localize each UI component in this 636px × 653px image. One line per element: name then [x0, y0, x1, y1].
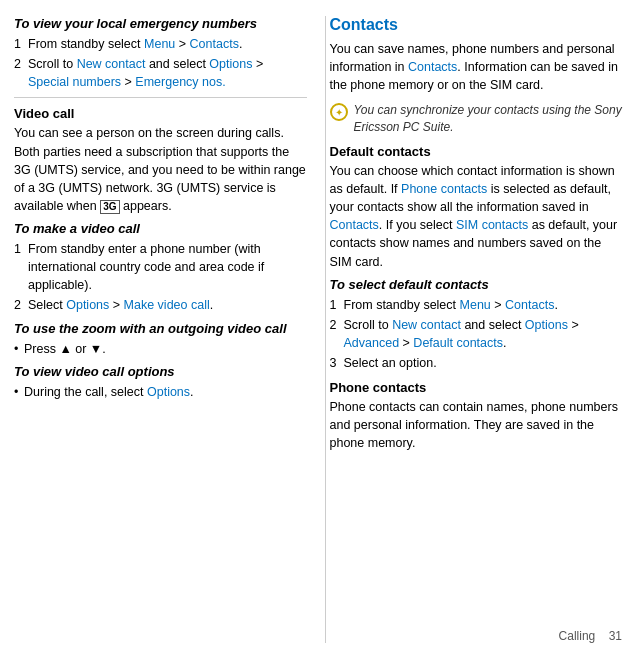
new-contact-link: New contact — [77, 57, 146, 71]
new-contact-link2: New contact — [392, 318, 461, 332]
emergency-nos-link: Emergency nos. — [135, 75, 225, 89]
tip-box: ✦ You can synchronize your contacts usin… — [330, 102, 623, 136]
contacts-link3: Contacts — [330, 218, 379, 232]
list-item: 1 From standby select Menu > Contacts. — [330, 296, 623, 314]
select-default-title: To select default contacts — [330, 277, 623, 292]
list-item: 1 From standby enter a phone number (wit… — [14, 240, 307, 294]
contacts-heading: Contacts — [330, 16, 623, 34]
make-video-call-title: To make a video call — [14, 221, 307, 236]
special-numbers-link: Special numbers — [28, 75, 121, 89]
menu-link2: Menu — [460, 298, 491, 312]
sim-contacts-link: SIM contacts — [456, 218, 528, 232]
phone-contacts-body: Phone contacts can contain names, phone … — [330, 398, 623, 452]
select-default-steps: 1 From standby select Menu > Contacts. 2… — [330, 296, 623, 373]
video-call-title: Video call — [14, 106, 307, 121]
default-contacts-body: You can choose which contact information… — [330, 162, 623, 271]
tip-icon: ✦ — [330, 103, 348, 121]
default-contacts-link: Default contacts — [413, 336, 503, 350]
list-item: During the call, select Options. — [14, 383, 307, 401]
default-contacts-title: Default contacts — [330, 144, 623, 159]
right-column: Contacts You can save names, phone numbe… — [325, 16, 623, 643]
left-column: To view your local emergency numbers 1 F… — [14, 16, 315, 643]
menu-link: Menu — [144, 37, 175, 51]
contacts-link4: Contacts — [505, 298, 554, 312]
options-link4: Options — [525, 318, 568, 332]
page-number: 31 — [609, 629, 622, 643]
tip-text: You can synchronize your contacts using … — [354, 102, 623, 136]
list-item: 2 Select Options > Make video call. — [14, 296, 307, 314]
list-item: Press ▲ or ▼. — [14, 340, 307, 358]
contacts-intro: You can save names, phone numbers and pe… — [330, 40, 623, 94]
options-link: Options — [209, 57, 252, 71]
phone-contacts-title: Phone contacts — [330, 380, 623, 395]
page-footer: Calling 31 — [559, 629, 622, 643]
advanced-link: Advanced — [344, 336, 400, 350]
phone-contacts-link: Phone contacts — [401, 182, 487, 196]
emergency-steps-list: 1 From standby select Menu > Contacts. 2… — [14, 35, 307, 91]
video-options-list: During the call, select Options. — [14, 383, 307, 401]
list-item: 2 Scroll to New contact and select Optio… — [14, 55, 307, 91]
list-item: 1 From standby select Menu > Contacts. — [14, 35, 307, 53]
contacts-link: Contacts — [190, 37, 239, 51]
list-item: 3 Select an option. — [330, 354, 623, 372]
section-title-emergency: To view your local emergency numbers — [14, 16, 307, 31]
list-item: 2 Scroll to New contact and select Optio… — [330, 316, 623, 352]
options-link2: Options — [66, 298, 109, 312]
make-video-call-link: Make video call — [124, 298, 210, 312]
zoom-list: Press ▲ or ▼. — [14, 340, 307, 358]
divider-1 — [14, 97, 307, 98]
section-label: Calling — [559, 629, 596, 643]
3g-icon: 3G — [100, 200, 119, 214]
video-call-body: You can see a person on the screen durin… — [14, 124, 307, 215]
contacts-link2: Contacts — [408, 60, 457, 74]
make-video-call-steps: 1 From standby enter a phone number (wit… — [14, 240, 307, 315]
options-link3: Options — [147, 385, 190, 399]
zoom-title: To use the zoom with an outgoing video c… — [14, 321, 307, 336]
video-options-title: To view video call options — [14, 364, 307, 379]
